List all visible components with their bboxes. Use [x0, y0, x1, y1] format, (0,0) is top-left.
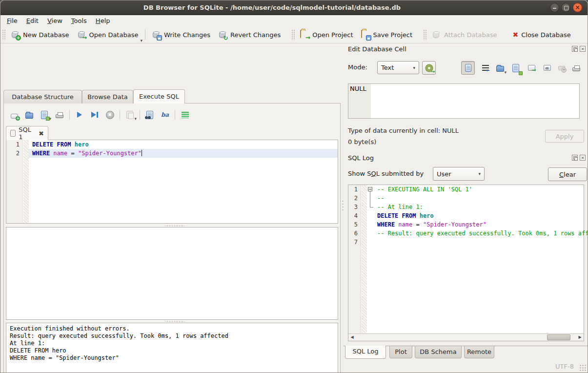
- code-text[interactable]: DELETE FROM hero: [29, 140, 338, 149]
- dock-tab-sql-log[interactable]: SQL Log: [345, 346, 386, 359]
- execution-message-pane: Execution finished without errors. Resul…: [6, 323, 338, 373]
- word-wrap-icon[interactable]: [479, 61, 492, 75]
- close-button[interactable]: ×: [573, 3, 582, 12]
- cell-value-editor[interactable]: NULL: [348, 83, 580, 119]
- code-line: 4DELETE FROM hero: [348, 211, 584, 220]
- close-dock-icon[interactable]: ×: [580, 46, 586, 52]
- code-line[interactable]: 1DELETE FROM hero: [6, 140, 338, 149]
- menu-edit[interactable]: Edit: [22, 16, 43, 25]
- editor-code-area[interactable]: 1DELETE FROM hero2WHERE name = "Spider-Y…: [6, 140, 338, 158]
- save-sql-file-icon[interactable]: ▾: [39, 109, 50, 120]
- toolbar-grip[interactable]: [2, 29, 5, 40]
- line-number: 2: [6, 149, 23, 158]
- code-line: 1-- EXECUTING ALL IN 'SQL 1': [348, 185, 584, 194]
- maximize-button[interactable]: [561, 3, 570, 12]
- resize-grip[interactable]: [579, 364, 586, 371]
- open-in-external-icon[interactable]: [525, 61, 538, 75]
- mode-select[interactable]: Text ▾: [377, 61, 419, 74]
- copy-link-icon[interactable]: ∞: [540, 61, 554, 75]
- tab-browse-data[interactable]: Browse Data: [82, 90, 133, 104]
- title-bar[interactable]: DB Browser for SQLite - /home/user/code/…: [0, 0, 588, 15]
- log-filter-select[interactable]: User ▾: [433, 167, 485, 181]
- save-project-button[interactable]: Save Project: [357, 28, 417, 41]
- minimize-button[interactable]: [550, 3, 559, 12]
- menu-tools[interactable]: Tools: [67, 16, 91, 25]
- execute-current-line-icon[interactable]: [89, 109, 100, 120]
- write-changes-button[interactable]: Write Changes: [148, 28, 214, 41]
- sql-log-view[interactable]: 1-- EXECUTING ALL IN 'SQL 1'2--3-- At li…: [348, 185, 584, 341]
- scrollbar-track[interactable]: [356, 334, 576, 341]
- code-text: -- EXECUTING ALL IN 'SQL 1': [374, 185, 584, 194]
- apply-button[interactable]: Apply: [545, 130, 584, 143]
- sql-document-close-icon[interactable]: ✖: [39, 130, 44, 137]
- toolbar-grip[interactable]: [423, 29, 426, 40]
- fold-marker[interactable]: [367, 185, 374, 194]
- open-project-button[interactable]: → Open Project: [296, 28, 357, 41]
- import-cell-data-icon[interactable]: ▾: [493, 61, 507, 75]
- float-dock-icon[interactable]: [572, 46, 578, 52]
- menu-file[interactable]: File: [2, 16, 22, 25]
- open-sql-file-icon[interactable]: [24, 109, 35, 120]
- fold-marker: [367, 203, 374, 211]
- text-document-mode-button[interactable]: [461, 61, 475, 75]
- close-database-icon: ✖: [512, 31, 518, 38]
- code-line[interactable]: 2WHERE name = "Spider-Youngster": [6, 149, 338, 158]
- copy-results-icon[interactable]: ▾: [124, 109, 135, 120]
- clear-log-button[interactable]: Clear: [548, 167, 587, 181]
- code-text: WHERE name = "Spider-Youngster": [374, 220, 584, 229]
- scroll-left-icon[interactable]: ◀: [348, 334, 356, 341]
- find-icon[interactable]: [144, 109, 155, 120]
- line-number: 5: [348, 220, 361, 229]
- toolbar-grip[interactable]: [291, 29, 295, 40]
- tab-execute-sql[interactable]: Execute SQL: [133, 89, 185, 104]
- log-horizontal-scrollbar[interactable]: ◀ ▶: [348, 333, 584, 341]
- chevron-down-icon: ▾: [478, 171, 481, 176]
- export-cell-data-icon[interactable]: [509, 61, 523, 75]
- new-sql-tab-icon[interactable]: +: [9, 109, 20, 120]
- edit-cell-title: Edit Database Cell: [348, 45, 406, 53]
- encoding-indicator[interactable]: UTF-8: [555, 363, 574, 370]
- scroll-right-icon[interactable]: ▶: [576, 334, 584, 341]
- set-null-icon[interactable]: [555, 61, 568, 75]
- code-line: 6-- Result: query executed successfully.…: [348, 229, 584, 238]
- save-project-icon: [361, 30, 370, 40]
- scrollbar-thumb[interactable]: [547, 334, 570, 340]
- print-sql-icon[interactable]: [54, 109, 65, 120]
- new-database-button[interactable]: + New Database: [7, 28, 73, 41]
- execute-all-icon[interactable]: [74, 109, 85, 120]
- sql-log-title: SQL Log: [348, 154, 374, 162]
- format-sql-icon[interactable]: [180, 109, 190, 120]
- log-code-area: 1-- EXECUTING ALL IN 'SQL 1'2--3-- At li…: [348, 185, 584, 247]
- results-pane[interactable]: [6, 227, 338, 320]
- auto-switch-mode-button[interactable]: [422, 61, 436, 75]
- fold-marker: [367, 194, 374, 203]
- vertical-splitter[interactable]: [341, 43, 345, 362]
- fold-marker: [367, 220, 374, 229]
- revert-changes-button[interactable]: ↻ Revert Changes: [214, 28, 284, 41]
- tab-database-structure[interactable]: Database Structure: [3, 90, 82, 104]
- sql-document-icon: [10, 130, 16, 137]
- float-dock-icon[interactable]: [572, 155, 578, 161]
- code-line: 7: [348, 238, 584, 247]
- sql-toolbar: + ▾ ✖ ▾ ba: [9, 108, 190, 121]
- sql-editor[interactable]: 1DELETE FROM hero2WHERE name = "Spider-Y…: [6, 140, 338, 224]
- document-icon: [465, 64, 471, 72]
- open-database-dropdown-caret[interactable]: ▾: [140, 38, 142, 43]
- code-text[interactable]: WHERE name = "Spider-Youngster": [29, 149, 338, 158]
- dock-tab-db-schema[interactable]: DB Schema: [415, 346, 462, 358]
- toolbar-separator: [140, 110, 140, 120]
- open-database-button[interactable]: → Open Database: [73, 28, 142, 41]
- sql-document-tab[interactable]: SQL 1 ✖: [6, 126, 48, 140]
- print-cell-icon[interactable]: [569, 61, 583, 75]
- replace-icon[interactable]: ba: [160, 109, 170, 120]
- stop-execution-icon[interactable]: ✖: [104, 109, 115, 120]
- attach-database-button[interactable]: Attach Database: [428, 28, 501, 41]
- menu-help[interactable]: Help: [91, 16, 115, 25]
- dock-tab-plot[interactable]: Plot: [389, 346, 412, 358]
- close-database-button[interactable]: ✖ Close Database: [508, 29, 574, 41]
- close-dock-icon[interactable]: ×: [580, 155, 586, 161]
- dock-tab-remote[interactable]: Remote: [464, 346, 494, 358]
- log-filter-label: Show SQL submitted by: [348, 170, 424, 177]
- bottom-dock-tabbar: SQL Log Plot DB Schema Remote: [344, 346, 588, 362]
- menu-view[interactable]: View: [43, 16, 67, 25]
